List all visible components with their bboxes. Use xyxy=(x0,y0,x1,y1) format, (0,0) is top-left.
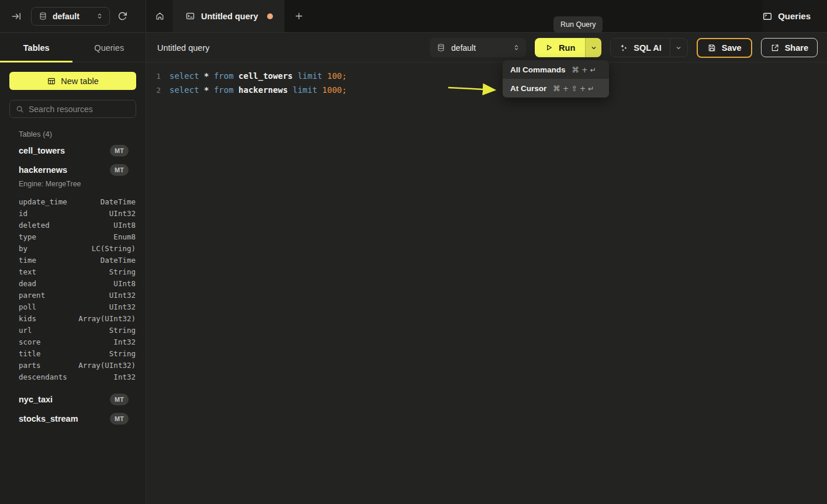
chevron-updown-icon xyxy=(96,12,103,20)
column-name: id xyxy=(19,209,27,218)
run-menu-item-label: At Cursor xyxy=(510,84,546,93)
run-menu: All Commands⌘ + ↵At Cursor⌘ + ⇧ + ↵ xyxy=(503,60,609,98)
column-name: descendants xyxy=(19,373,67,381)
column-name: update_time xyxy=(19,197,67,206)
column-row: deletedUInt8 xyxy=(0,219,146,231)
share-button[interactable]: Share xyxy=(761,38,818,57)
run-menu-item-shortcut: ⌘ + ⇧ + ↵ xyxy=(553,84,594,93)
column-type: UInt8 xyxy=(113,279,136,288)
new-tab-button[interactable] xyxy=(285,0,312,32)
table-row[interactable]: stocks_streamMT xyxy=(0,412,146,425)
engine-badge: MT xyxy=(110,145,129,157)
sql-token: select xyxy=(169,71,204,81)
column-type: LC(String) xyxy=(92,244,136,253)
line-number: 1 xyxy=(147,72,161,81)
sql-token: hackernews xyxy=(238,85,293,95)
engine-badge: MT xyxy=(110,394,129,405)
queries-button-label: Queries xyxy=(778,11,811,21)
table-name: stocks_stream xyxy=(19,414,78,423)
column-type: Int32 xyxy=(113,373,136,381)
run-button[interactable]: Run xyxy=(535,38,585,57)
tab-untitled-query[interactable]: Untitled query xyxy=(174,0,285,32)
column-type: UInt32 xyxy=(109,303,136,311)
collapse-sidebar-icon[interactable] xyxy=(11,11,22,22)
column-row: update_timeDateTime xyxy=(0,196,146,207)
sql-token: 1000 xyxy=(322,85,342,95)
home-icon xyxy=(155,11,165,21)
save-button-label: Save xyxy=(722,43,742,53)
column-row: idUInt32 xyxy=(0,207,146,219)
database-icon xyxy=(39,12,47,20)
query-toolbar: Untitled query default xyxy=(147,33,827,62)
run-menu-item-label: All Commands xyxy=(510,65,566,74)
table-name: nyc_taxi xyxy=(19,395,53,404)
sql-token: 100 xyxy=(327,71,342,81)
sql-token: * xyxy=(204,85,214,95)
sql-ai-split-button: SQL AI xyxy=(610,38,688,57)
column-row: timeDateTime xyxy=(0,254,146,266)
database-select[interactable]: default xyxy=(31,7,110,26)
run-menu-item[interactable]: All Commands⌘ + ↵ xyxy=(503,60,609,79)
unsaved-dot xyxy=(267,13,273,19)
table-engine-label: Engine: MergeTree xyxy=(19,180,146,188)
sql-token: ; xyxy=(342,85,347,95)
sidebar-tab-queries[interactable]: Queries xyxy=(73,33,146,62)
column-name: type xyxy=(19,232,36,241)
sql-console-app: default xyxy=(0,0,827,504)
tab-home[interactable] xyxy=(146,0,174,32)
table-name: cell_towers xyxy=(19,146,65,155)
share-button-label: Share xyxy=(785,43,808,53)
tab-strip: Untitled query xyxy=(146,0,762,32)
column-row: kidsArray(UInt32) xyxy=(0,312,146,324)
search-resources-input[interactable] xyxy=(29,105,134,114)
queries-button[interactable]: Queries xyxy=(762,11,811,22)
column-type: String xyxy=(109,267,136,276)
toolbar-database-select[interactable]: default xyxy=(430,38,526,57)
sql-token: * xyxy=(204,71,214,81)
sql-editor[interactable]: 1select * from cell_towers limit 100;2se… xyxy=(147,62,827,97)
new-table-button[interactable]: New table xyxy=(9,72,136,90)
sidebar-tab-tables-label: Tables xyxy=(23,43,50,53)
refresh-icon[interactable] xyxy=(117,11,127,21)
column-type: String xyxy=(109,349,136,358)
run-menu-item[interactable]: At Cursor⌘ + ⇧ + ↵ xyxy=(503,79,609,98)
run-menu-item-shortcut: ⌘ + ↵ xyxy=(572,65,596,74)
column-row: partsArray(UInt32) xyxy=(0,359,146,371)
save-button[interactable]: Save xyxy=(697,38,752,58)
table-row[interactable]: hackernewsMT xyxy=(0,164,146,176)
table-row[interactable]: nyc_taxiMT xyxy=(0,393,146,406)
line-number: 2 xyxy=(147,86,161,95)
sql-token: cell_towers xyxy=(238,71,297,81)
sql-ai-caret[interactable] xyxy=(670,39,687,57)
chevron-updown-icon xyxy=(513,44,520,51)
sql-token: select xyxy=(169,85,204,95)
column-name: url xyxy=(19,326,32,335)
column-name: poll xyxy=(19,303,36,311)
column-name: time xyxy=(19,256,36,265)
sql-token: ; xyxy=(342,71,347,81)
column-row: titleString xyxy=(0,347,146,359)
engine-badge: MT xyxy=(110,164,129,176)
column-row: deadUInt8 xyxy=(0,277,146,289)
sql-ai-label: SQL AI xyxy=(634,43,662,53)
search-box[interactable] xyxy=(9,100,136,118)
sql-ai-button[interactable]: SQL AI xyxy=(611,39,670,57)
column-row: byLC(String) xyxy=(0,242,146,254)
table-row[interactable]: cell_towersMT xyxy=(0,144,146,157)
sidebar-tab-tables[interactable]: Tables xyxy=(0,33,73,62)
column-type: String xyxy=(109,326,136,335)
code-line: 2select * from hackernews limit 1000; xyxy=(147,83,827,97)
column-row: textString xyxy=(0,266,146,277)
play-icon xyxy=(545,43,553,52)
sidebar-tabs: Tables Queries xyxy=(0,33,146,62)
column-name: parent xyxy=(19,291,45,300)
column-name: title xyxy=(19,349,41,358)
column-type: UInt8 xyxy=(113,221,136,230)
column-type: DateTime xyxy=(101,197,136,206)
topbar-right-section: Queries xyxy=(762,0,827,32)
run-options-caret[interactable] xyxy=(585,38,601,57)
sparkles-icon xyxy=(619,43,628,53)
share-icon xyxy=(770,43,780,53)
database-select-value: default xyxy=(53,12,91,21)
run-button-label: Run xyxy=(559,43,575,53)
